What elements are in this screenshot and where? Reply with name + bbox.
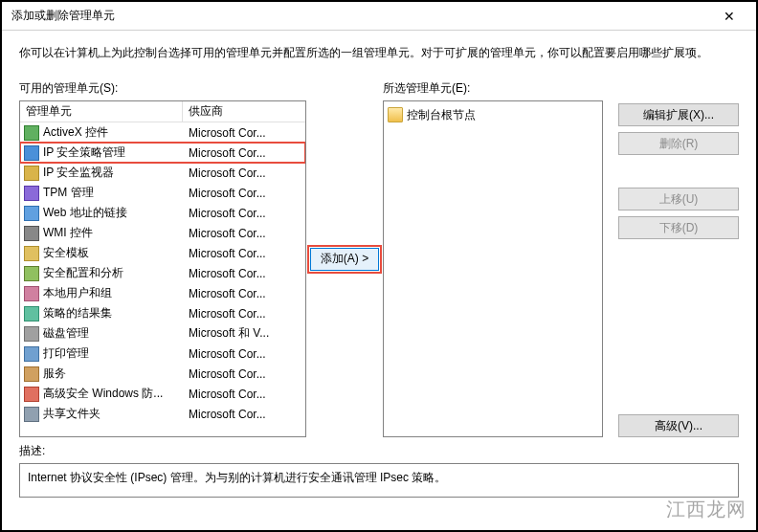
- snapin-name: 本地用户和组: [43, 285, 112, 301]
- dialog-content: 你可以在计算机上为此控制台选择可用的管理单元并配置所选的一组管理单元。对于可扩展…: [2, 31, 756, 505]
- snapin-name: 高级安全 Windows 防...: [43, 386, 163, 402]
- instructions-text: 你可以在计算机上为此控制台选择可用的管理单元并配置所选的一组管理单元。对于可扩展…: [19, 44, 739, 61]
- snapin-vendor: Microsoft Cor...: [183, 187, 305, 200]
- snapin-vendor: Microsoft Cor...: [183, 347, 305, 361]
- snapin-icon: [24, 166, 39, 181]
- list-item[interactable]: 高级安全 Windows 防...Microsoft Cor...: [20, 384, 305, 404]
- list-item[interactable]: IP 安全监视器Microsoft Cor...: [20, 163, 305, 183]
- snapin-name: 服务: [43, 366, 66, 382]
- available-list-body[interactable]: ActiveX 控件Microsoft Cor...IP 安全策略管理Micro…: [20, 122, 305, 436]
- list-item[interactable]: WMI 控件Microsoft Cor...: [20, 223, 305, 243]
- snapin-name: TPM 管理: [43, 185, 94, 201]
- list-item[interactable]: IP 安全策略管理Microsoft Cor...: [20, 143, 305, 163]
- snapin-icon: [24, 186, 39, 201]
- console-root-node[interactable]: 控制台根节点: [388, 105, 598, 124]
- list-item[interactable]: ActiveX 控件Microsoft Cor...: [20, 122, 305, 143]
- available-label: 可用的管理单元(S):: [19, 80, 306, 97]
- snapin-vendor: Microsoft Cor...: [183, 367, 305, 381]
- snapin-vendor: Microsoft Cor...: [183, 388, 305, 401]
- snapin-name: 磁盘管理: [43, 325, 89, 342]
- snapin-name: ActiveX 控件: [43, 124, 108, 141]
- snapin-icon: [24, 346, 39, 362]
- window-title: 添加或删除管理单元: [11, 8, 710, 24]
- snapin-icon: [24, 145, 39, 161]
- move-up-button[interactable]: 上移(U): [618, 188, 739, 211]
- list-item[interactable]: 服务Microsoft Cor...: [20, 364, 305, 384]
- available-listbox[interactable]: 管理单元 供应商 ActiveX 控件Microsoft Cor...IP 安全…: [19, 100, 306, 437]
- snapin-vendor: Microsoft Cor...: [183, 207, 305, 220]
- snapin-vendor: Microsoft Cor...: [183, 247, 305, 260]
- snapin-icon: [24, 366, 39, 382]
- edit-extensions-button[interactable]: 编辑扩展(X)...: [618, 103, 739, 126]
- snapin-vendor: Microsoft Cor...: [183, 126, 305, 140]
- add-button[interactable]: 添加(A) >: [310, 248, 379, 271]
- list-item[interactable]: 安全模板Microsoft Cor...: [20, 243, 305, 263]
- remove-button[interactable]: 删除(R): [618, 132, 739, 155]
- list-item[interactable]: 本地用户和组Microsoft Cor...: [20, 283, 305, 303]
- snapin-name: IP 安全监视器: [43, 165, 114, 181]
- snapin-name: 安全配置和分析: [43, 265, 123, 281]
- selected-listbox[interactable]: 控制台根节点: [383, 100, 603, 437]
- list-item[interactable]: 共享文件夹Microsoft Cor...: [20, 404, 305, 424]
- tree-item-label: 控制台根节点: [407, 107, 476, 123]
- snapin-name: WMI 控件: [43, 225, 93, 241]
- snapin-vendor: Microsoft Cor...: [183, 307, 305, 321]
- folder-icon: [388, 107, 403, 122]
- snapin-name: IP 安全策略管理: [43, 144, 125, 161]
- snapin-icon: [24, 266, 39, 281]
- column-header-vendor[interactable]: 供应商: [183, 103, 305, 120]
- snapin-vendor: Microsoft Cor...: [183, 408, 305, 421]
- description-text: Internet 协议安全性 (IPsec) 管理。为与别的计算机进行安全通讯管…: [28, 471, 446, 484]
- snapin-vendor: Microsoft 和 V...: [183, 325, 305, 342]
- snapin-icon: [24, 407, 39, 422]
- list-item[interactable]: 策略的结果集Microsoft Cor...: [20, 303, 305, 323]
- list-item[interactable]: 安全配置和分析Microsoft Cor...: [20, 263, 305, 283]
- snapin-vendor: Microsoft Cor...: [183, 227, 305, 240]
- advanced-button[interactable]: 高级(V)...: [618, 414, 739, 437]
- list-header: 管理单元 供应商: [20, 101, 305, 122]
- snapin-icon: [24, 125, 39, 141]
- list-item[interactable]: Web 地址的链接Microsoft Cor...: [20, 203, 305, 223]
- snapin-icon: [24, 226, 39, 241]
- close-button[interactable]: ✕: [710, 3, 748, 30]
- description-box: Internet 协议安全性 (IPsec) 管理。为与别的计算机进行安全通讯管…: [19, 463, 739, 498]
- snapin-name: 打印管理: [43, 345, 89, 362]
- move-down-button[interactable]: 下移(D): [618, 216, 739, 239]
- snapin-name: Web 地址的链接: [43, 205, 127, 221]
- snapin-icon: [24, 286, 39, 301]
- snapin-name: 安全模板: [43, 245, 89, 261]
- snapin-icon: [24, 206, 39, 221]
- snapin-vendor: Microsoft Cor...: [183, 146, 305, 160]
- snapin-icon: [24, 387, 39, 402]
- list-item[interactable]: 打印管理Microsoft Cor...: [20, 344, 305, 364]
- snapin-vendor: Microsoft Cor...: [183, 166, 305, 180]
- snapin-icon: [24, 306, 39, 321]
- titlebar: 添加或删除管理单元 ✕: [2, 2, 756, 31]
- list-item[interactable]: TPM 管理Microsoft Cor...: [20, 183, 305, 203]
- snapin-name: 策略的结果集: [43, 305, 112, 321]
- column-header-name[interactable]: 管理单元: [20, 101, 183, 122]
- snapin-icon: [24, 326, 39, 342]
- snapin-vendor: Microsoft Cor...: [183, 287, 305, 300]
- list-item[interactable]: 磁盘管理Microsoft 和 V...: [20, 323, 305, 344]
- snapin-vendor: Microsoft Cor...: [183, 267, 305, 280]
- snapin-name: 共享文件夹: [43, 406, 100, 422]
- selected-label: 所选管理单元(E):: [383, 80, 603, 97]
- snapin-icon: [24, 246, 39, 261]
- description-label: 描述:: [19, 443, 739, 459]
